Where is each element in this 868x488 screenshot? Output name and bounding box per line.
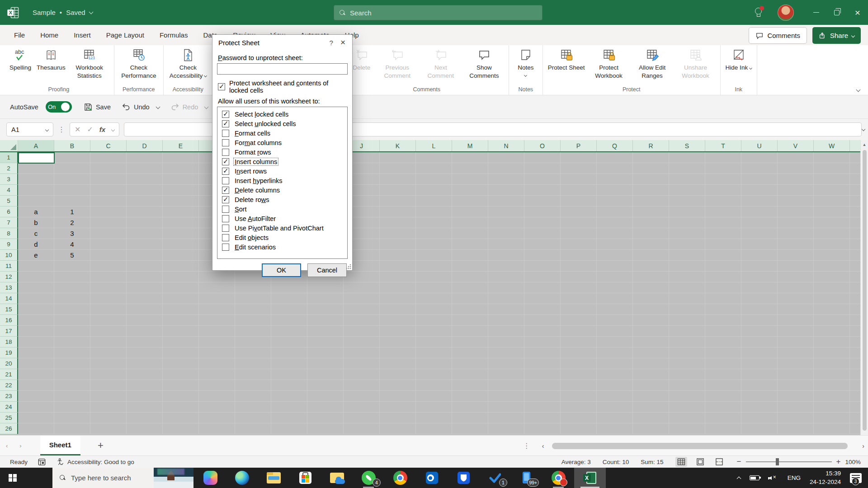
avatar[interactable] — [778, 5, 794, 21]
cell-b13[interactable] — [54, 282, 90, 293]
cell-w25[interactable] — [814, 413, 850, 423]
row-header-4[interactable]: 4 — [0, 185, 18, 196]
cell-t2[interactable] — [705, 163, 741, 174]
cell-u13[interactable] — [741, 282, 778, 293]
cell-b14[interactable] — [54, 293, 90, 304]
cell-g22[interactable] — [235, 380, 271, 391]
cell-a9[interactable]: d — [18, 239, 54, 250]
cell-e4[interactable] — [163, 185, 199, 196]
prev-sheet-icon[interactable]: ‹ — [0, 442, 14, 449]
cell-o17[interactable] — [524, 326, 561, 337]
cell-p23[interactable] — [561, 391, 597, 402]
insert-function-icon[interactable]: fx — [99, 126, 105, 133]
cell-c18[interactable] — [90, 337, 127, 347]
cell-l18[interactable] — [416, 337, 452, 347]
cell-s21[interactable] — [669, 369, 705, 380]
ok-button[interactable]: OK — [262, 263, 301, 277]
cell-m20[interactable] — [452, 358, 488, 369]
cell-s20[interactable] — [669, 358, 705, 369]
cell-n6[interactable] — [488, 206, 524, 217]
cell-u2[interactable] — [741, 163, 778, 174]
resize-grip[interactable] — [346, 264, 351, 269]
cell-x24[interactable] — [850, 402, 860, 413]
cell-o26[interactable] — [524, 423, 561, 434]
cell-m2[interactable] — [452, 163, 488, 174]
column-header-w[interactable]: W — [814, 140, 850, 151]
cell-v22[interactable] — [778, 380, 814, 391]
volume-muted-icon[interactable]: × — [769, 475, 778, 481]
cell-w8[interactable] — [814, 228, 850, 239]
cell-p4[interactable] — [561, 185, 597, 196]
cell-g21[interactable] — [235, 369, 271, 380]
cell-w20[interactable] — [814, 358, 850, 369]
hscroll-thumb[interactable] — [552, 443, 848, 449]
option-delete-rows[interactable]: Delete rows — [217, 195, 347, 204]
cell-q10[interactable] — [597, 250, 633, 261]
cell-l15[interactable] — [416, 304, 452, 315]
cell-w9[interactable] — [814, 239, 850, 250]
cell-j18[interactable] — [344, 337, 380, 347]
cell-f25[interactable] — [199, 413, 235, 423]
cell-b16[interactable] — [54, 315, 90, 326]
cell-k20[interactable] — [380, 358, 416, 369]
cell-d19[interactable] — [127, 347, 163, 358]
cell-n20[interactable] — [488, 358, 524, 369]
cell-m14[interactable] — [452, 293, 488, 304]
cell-t26[interactable] — [705, 423, 741, 434]
cancel-entry-icon[interactable]: ✕ — [75, 125, 80, 134]
save-button[interactable]: Save — [80, 100, 114, 114]
cell-f23[interactable] — [199, 391, 235, 402]
previous-comment-button[interactable]: Previous Comment — [376, 46, 419, 80]
cell-q11[interactable] — [597, 261, 633, 272]
cell-o6[interactable] — [524, 206, 561, 217]
dialog-close-icon[interactable]: × — [340, 38, 346, 47]
cell-h15[interactable] — [271, 304, 307, 315]
cell-k19[interactable] — [380, 347, 416, 358]
cell-t15[interactable] — [705, 304, 741, 315]
cell-c17[interactable] — [90, 326, 127, 337]
cell-i19[interactable] — [307, 347, 344, 358]
column-header-t[interactable]: T — [705, 140, 741, 151]
row-header-23[interactable]: 23 — [0, 391, 18, 402]
cell-t20[interactable] — [705, 358, 741, 369]
row-header-21[interactable]: 21 — [0, 369, 18, 380]
cell-m23[interactable] — [452, 391, 488, 402]
count-stat[interactable]: Count: 10 — [603, 459, 629, 465]
search-highlight-image[interactable] — [154, 468, 193, 488]
cell-d26[interactable] — [127, 423, 163, 434]
cell-o4[interactable] — [524, 185, 561, 196]
average-stat[interactable]: Average: 3 — [561, 459, 591, 465]
next-comment-button[interactable]: Next Comment — [419, 46, 462, 80]
cell-g14[interactable] — [235, 293, 271, 304]
checkbox-icon[interactable] — [222, 120, 229, 127]
cell-r23[interactable] — [633, 391, 669, 402]
ideas-lightbulb-icon[interactable] — [753, 7, 764, 19]
option-select-locked-cells[interactable]: Select locked cells — [217, 109, 347, 119]
cell-t25[interactable] — [705, 413, 741, 423]
cell-x25[interactable] — [850, 413, 860, 423]
cell-i15[interactable] — [307, 304, 344, 315]
cell-o24[interactable] — [524, 402, 561, 413]
cell-w13[interactable] — [814, 282, 850, 293]
cell-n8[interactable] — [488, 228, 524, 239]
cell-q2[interactable] — [597, 163, 633, 174]
ribbon-tab-insert[interactable]: Insert — [66, 25, 99, 45]
cell-j13[interactable] — [344, 282, 380, 293]
cell-v19[interactable] — [778, 347, 814, 358]
cell-n7[interactable] — [488, 217, 524, 228]
cell-g18[interactable] — [235, 337, 271, 347]
cell-c13[interactable] — [90, 282, 127, 293]
cell-q14[interactable] — [597, 293, 633, 304]
cell-c9[interactable] — [90, 239, 127, 250]
cell-i16[interactable] — [307, 315, 344, 326]
cell-w15[interactable] — [814, 304, 850, 315]
cell-b1[interactable] — [54, 152, 90, 163]
cell-c10[interactable] — [90, 250, 127, 261]
row-header-10[interactable]: 10 — [0, 250, 18, 261]
cell-i20[interactable] — [307, 358, 344, 369]
cell-e23[interactable] — [163, 391, 199, 402]
cell-d9[interactable] — [127, 239, 163, 250]
cell-n18[interactable] — [488, 337, 524, 347]
cell-k10[interactable] — [380, 250, 416, 261]
cell-u26[interactable] — [741, 423, 778, 434]
